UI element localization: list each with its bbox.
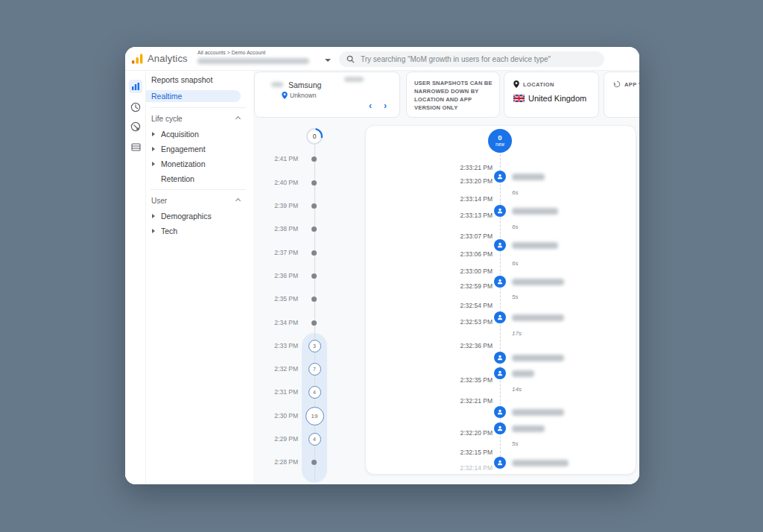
minute-label: 2:31 PM (253, 388, 298, 396)
minute-marker[interactable] (311, 250, 317, 256)
nav-item-reports-snapshot[interactable]: Reports snapshot (146, 74, 253, 86)
nav-section-life-cycle[interactable]: Life cycle (146, 114, 253, 124)
location-pin-icon (282, 92, 288, 99)
location-pin-icon (513, 80, 519, 88)
minute-label: 2:41 PM (253, 155, 298, 162)
event-name-blurred (512, 355, 564, 361)
user-event-icon (494, 422, 506, 434)
event-duration: 14s (512, 386, 522, 393)
realtime-content: Samsung Unknown ‹ › USER SNAPSHOTS CAN B… (253, 71, 639, 484)
advertising-icon[interactable] (129, 120, 142, 133)
minute-counter-circle[interactable]: 0 (305, 127, 323, 145)
minute-label: 2:36 PM (253, 272, 298, 279)
event-timestamp: 2:33:06 PM (366, 250, 493, 258)
user-event-icon (494, 457, 506, 469)
event-duration: 6s (512, 224, 518, 230)
chevron-down-icon[interactable] (325, 59, 331, 62)
minute-label: 2:34 PM (253, 319, 298, 326)
blurred-text (344, 77, 364, 82)
prev-user-button[interactable]: ‹ (365, 101, 376, 111)
breadcrumb: All accounts > Demo Account (197, 50, 332, 55)
new-events-counter[interactable]: 0 new (488, 129, 512, 153)
minute-marker[interactable]: 4 (308, 386, 321, 399)
minute-marker[interactable]: 19 (305, 407, 324, 425)
minute-timeline-axis (314, 145, 315, 481)
location-value: United Kingdom (528, 94, 586, 103)
minute-label: 2:35 PM (253, 295, 298, 303)
app-header: Analytics All accounts > Demo Account Tr… (125, 47, 639, 71)
analytics-logo-icon (131, 53, 144, 65)
expand-arrow-icon (152, 214, 155, 218)
user-event-icon (494, 205, 506, 217)
minute-label: 2:39 PM (253, 202, 298, 209)
device-location: Unknown (290, 92, 316, 99)
event-timestamp: 2:32:14 PM (366, 464, 493, 472)
nav-item-realtime[interactable]: Realtime (146, 90, 241, 102)
event-timestamp: 2:32:54 PM (366, 302, 493, 309)
minute-marker[interactable] (311, 156, 317, 162)
event-duration: 5s (512, 440, 518, 447)
explore-icon[interactable] (129, 101, 142, 114)
minute-marker[interactable]: 3 (308, 340, 321, 352)
nav-item-acquisition[interactable]: Acquisition (146, 129, 253, 139)
minute-marker[interactable] (311, 203, 317, 209)
location-filter-card[interactable]: LOCATION United Kingdom (504, 72, 599, 118)
minute-label: 2:28 PM (253, 458, 298, 466)
device-title: Samsung (288, 80, 321, 89)
minute-marker[interactable] (311, 273, 317, 279)
event-name-blurred (512, 279, 564, 285)
user-event-icon (494, 239, 506, 251)
minute-marker[interactable]: 4 (308, 433, 321, 446)
event-timestamp: 2:33:07 PM (366, 232, 493, 240)
nav-item-monetization[interactable]: Monetization (146, 159, 253, 169)
search-bar[interactable]: Try searching "MoM growth in users for e… (339, 51, 604, 67)
event-duration: 5s (512, 294, 518, 300)
nav-item-retention[interactable]: Retention (146, 174, 253, 184)
configure-icon[interactable] (129, 140, 142, 153)
event-name-blurred (512, 208, 558, 215)
expand-arrow-icon (152, 147, 155, 151)
event-duration: 6s (512, 189, 518, 196)
app-version-filter-card[interactable]: APP VERSION (604, 72, 639, 118)
minute-marker[interactable] (311, 297, 317, 302)
minute-counter-value: 0 (313, 133, 317, 140)
minute-label: 2:32 PM (253, 365, 298, 373)
minute-label: 2:40 PM (253, 179, 298, 186)
next-user-button[interactable]: › (380, 101, 390, 111)
minute-marker[interactable] (311, 227, 317, 232)
event-name-blurred (512, 370, 534, 377)
event-timestamp: 2:32:15 PM (366, 449, 493, 456)
nav-item-engagement[interactable]: Engagement (146, 144, 253, 154)
event-name-blurred (512, 425, 545, 432)
reports-icon[interactable] (129, 80, 142, 93)
minute-label: 2:38 PM (253, 225, 298, 232)
divider (151, 107, 246, 108)
new-events-count: 0 (498, 134, 501, 142)
chevron-up-icon (235, 116, 241, 121)
app-version-label: APP VERSION (624, 81, 639, 88)
expand-arrow-icon (152, 132, 155, 136)
event-timestamp: 2:32:21 PM (366, 397, 493, 405)
minute-marker[interactable] (311, 320, 317, 326)
minute-marker[interactable]: 7 (308, 363, 321, 376)
user-event-icon (494, 367, 506, 379)
nav-item-demographics[interactable]: Demographics (146, 211, 253, 221)
account-selector[interactable]: All accounts > Demo Account (197, 50, 332, 64)
device-snapshot-card[interactable]: Samsung Unknown ‹ › (254, 72, 400, 118)
minute-label: 2:37 PM (253, 249, 298, 256)
event-name-blurred (512, 174, 545, 180)
history-icon (613, 80, 621, 88)
app-title: Analytics (148, 53, 188, 64)
user-event-icon (494, 352, 506, 364)
minute-label: 2:29 PM (253, 435, 298, 443)
divider (151, 189, 246, 190)
nav-section-user[interactable]: User (146, 196, 253, 206)
event-name-blurred (512, 242, 558, 249)
new-events-label: new (496, 142, 504, 148)
blurred-text (271, 82, 283, 87)
minute-marker[interactable] (311, 180, 317, 186)
event-duration: 17s (512, 330, 522, 337)
minute-marker[interactable] (311, 460, 317, 465)
user-event-icon (494, 276, 506, 288)
nav-item-tech[interactable]: Tech (146, 226, 253, 236)
